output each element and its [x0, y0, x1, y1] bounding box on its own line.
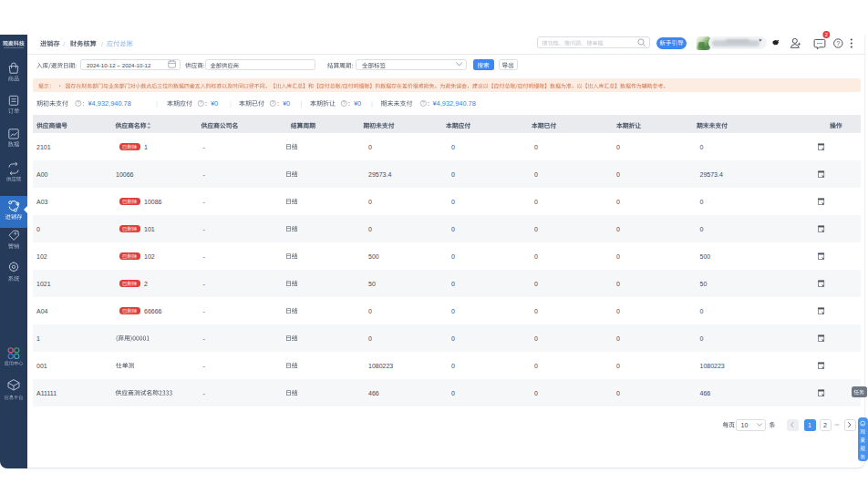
svg-text:0: 0 [700, 199, 704, 205]
svg-text:A11111: A11111 [36, 390, 57, 396]
svg-text:-: - [203, 308, 206, 314]
svg-text:A04: A04 [36, 308, 48, 314]
svg-text:?: ? [836, 40, 840, 46]
svg-text:0: 0 [700, 335, 704, 342]
svg-text::: : [348, 100, 350, 107]
svg-text:?: ? [422, 101, 425, 106]
svg-text:0: 0 [451, 281, 455, 287]
svg-text:500: 500 [368, 253, 379, 260]
svg-text:0: 0 [616, 363, 620, 369]
svg-text:0: 0 [451, 390, 455, 396]
svg-text:10086: 10086 [144, 199, 162, 205]
svg-text:-: - [203, 281, 206, 287]
svg-text:10: 10 [741, 422, 749, 428]
svg-text:1: 1 [808, 422, 811, 428]
svg-text:466: 466 [700, 390, 711, 396]
svg-text:0: 0 [534, 253, 538, 260]
svg-text:1080223: 1080223 [700, 363, 725, 369]
svg-text:-: - [203, 363, 206, 369]
svg-text:0: 0 [368, 308, 372, 314]
svg-text:1080223: 1080223 [368, 363, 393, 369]
svg-text:2101: 2101 [36, 144, 51, 150]
svg-text:¥0: ¥0 [211, 99, 218, 108]
svg-text:¥0: ¥0 [283, 99, 290, 108]
svg-text:/: / [101, 40, 104, 48]
svg-text:0: 0 [616, 390, 620, 396]
svg-text:0: 0 [616, 226, 620, 232]
svg-text:29573.4: 29573.4 [368, 171, 391, 178]
svg-text:0: 0 [616, 253, 620, 260]
svg-text:001: 001 [36, 363, 47, 369]
svg-text:102: 102 [144, 253, 155, 260]
svg-text:0: 0 [451, 144, 455, 150]
svg-text:¥4,932,940.78: ¥4,932,940.78 [88, 99, 131, 108]
svg-text:0: 0 [534, 144, 538, 150]
svg-text:/: / [63, 40, 66, 48]
svg-text:66666: 66666 [144, 308, 162, 314]
svg-text:0: 0 [534, 226, 538, 232]
svg-text:2: 2 [825, 32, 828, 37]
svg-text:A00: A00 [36, 171, 48, 178]
svg-text:50: 50 [368, 281, 376, 287]
svg-text:0: 0 [534, 171, 538, 178]
svg-text:0: 0 [616, 171, 620, 178]
svg-text:50: 50 [700, 281, 708, 287]
svg-text:0: 0 [368, 144, 372, 150]
svg-text:|: | [230, 100, 232, 108]
svg-text:0: 0 [534, 363, 538, 369]
svg-text:0: 0 [36, 226, 40, 232]
svg-text:0: 0 [451, 226, 455, 232]
svg-text:0: 0 [616, 144, 620, 150]
svg-text:-: - [203, 226, 206, 232]
svg-text:0: 0 [534, 390, 538, 396]
svg-text:0: 0 [700, 226, 704, 232]
svg-text:|: | [371, 100, 373, 108]
svg-text:0: 0 [451, 253, 455, 260]
svg-text:0: 0 [534, 281, 538, 287]
svg-text:0: 0 [616, 335, 620, 342]
svg-text:1: 1 [144, 144, 148, 150]
svg-text:A03: A03 [36, 199, 48, 205]
svg-text:|: | [301, 100, 303, 108]
svg-text:0: 0 [368, 226, 372, 232]
svg-text:29573.4: 29573.4 [700, 171, 723, 178]
svg-text:¥0: ¥0 [354, 99, 361, 108]
svg-text:2: 2 [823, 422, 827, 428]
svg-text:0: 0 [534, 335, 538, 342]
svg-text:466: 466 [368, 390, 379, 396]
svg-text:?: ? [78, 101, 80, 106]
svg-text:?: ? [272, 101, 274, 106]
svg-text:0: 0 [534, 308, 538, 314]
svg-text::: : [83, 100, 85, 107]
svg-text:0: 0 [616, 308, 620, 314]
svg-text:0: 0 [451, 199, 455, 205]
svg-text::: : [428, 100, 429, 107]
svg-text:0: 0 [616, 281, 620, 287]
svg-text:-: - [203, 253, 206, 260]
svg-text:?: ? [200, 101, 202, 106]
svg-text:-: - [203, 171, 206, 178]
svg-text:-: - [203, 199, 206, 205]
svg-text:101: 101 [144, 226, 155, 232]
svg-text:?: ? [343, 101, 346, 106]
svg-text:2024-10-12 ~ 2024-10-12: 2024-10-12 ~ 2024-10-12 [87, 62, 151, 68]
svg-text:0: 0 [451, 308, 455, 314]
svg-text:0: 0 [700, 308, 704, 314]
svg-text:¥4,932,940.78: ¥4,932,940.78 [433, 99, 476, 108]
svg-text:102: 102 [36, 253, 47, 260]
svg-text:0: 0 [451, 171, 455, 178]
svg-text:1: 1 [36, 335, 40, 342]
svg-text:0: 0 [451, 335, 455, 342]
svg-text::: : [277, 100, 279, 107]
svg-text:0: 0 [700, 144, 704, 150]
svg-text:0: 0 [368, 335, 372, 342]
svg-text:0: 0 [368, 199, 372, 205]
svg-text:-: - [203, 335, 206, 342]
svg-text:0: 0 [534, 199, 538, 205]
svg-text:-: - [203, 390, 206, 396]
svg-text::: : [205, 100, 207, 107]
svg-text:|: | [156, 100, 158, 108]
svg-text:-: - [203, 144, 206, 150]
svg-text:1021: 1021 [36, 281, 51, 287]
svg-text:2: 2 [144, 281, 148, 287]
